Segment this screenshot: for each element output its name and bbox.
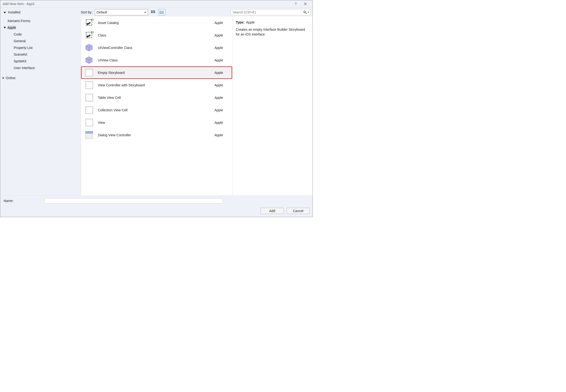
chevron-down-icon [4, 27, 6, 28]
template-item[interactable]: Empty StoryboardApple [81, 67, 232, 79]
template-item[interactable]: ViewApple [81, 116, 232, 129]
name-input[interactable] [44, 198, 223, 203]
view-list-button[interactable] [159, 9, 165, 15]
tree-item-label: User Interface [14, 66, 35, 70]
svg-rect-21 [161, 14, 164, 14]
tree-item-apple[interactable]: Apple [0, 24, 81, 31]
svg-line-23 [305, 13, 306, 14]
svg-rect-17 [161, 11, 164, 12]
template-icon [84, 93, 94, 102]
template-item[interactable]: Asset CatalogApple [81, 16, 232, 29]
tree-item-code[interactable]: Code [0, 31, 81, 38]
tree-item-user-interface[interactable]: User Interface [0, 65, 81, 71]
name-label: Name: [3, 199, 44, 203]
sort-by-label: Sort by: [81, 10, 92, 14]
tree-root-installed[interactable]: Installed [4, 10, 20, 14]
template-group: Apple [214, 46, 223, 50]
tree-item-xamarin-forms[interactable]: Xamarin.Forms [0, 17, 81, 24]
chevron-right-icon [3, 77, 4, 79]
tree-item-label: SpriteKit [14, 59, 26, 63]
template-item[interactable]: UIViewController ClassApple [81, 42, 232, 54]
tree-item-property-list[interactable]: Property List [0, 44, 81, 51]
sort-by-value: Default [97, 10, 107, 14]
list-icon [160, 11, 164, 14]
type-value: Apple [246, 20, 255, 24]
search-icon[interactable] [304, 11, 307, 14]
tree-item-label: Apple [7, 26, 16, 29]
template-group: Apple [214, 83, 223, 87]
tree-item-label: Code [14, 32, 22, 36]
tree-root-label: Online [6, 76, 15, 80]
template-list[interactable]: Asset CatalogAppleClassAppleUIViewContro… [81, 16, 232, 196]
template-icon [84, 43, 94, 53]
category-tree: Xamarin.Forms Apple Code General Propert… [0, 16, 81, 196]
window-title: Add New Item - App3 [3, 2, 34, 6]
sort-by-select[interactable]: Default ▼ [95, 9, 148, 15]
template-name: Collection View Cell [98, 108, 214, 112]
template-name: UIViewController Class [98, 46, 214, 50]
chevron-down-icon [4, 12, 6, 14]
help-button[interactable]: ? [291, 0, 301, 7]
tree-root-label: Installed [8, 10, 20, 14]
template-name: UIView Class [98, 58, 214, 62]
template-name: Empty Storyboard [98, 71, 214, 75]
search-box[interactable]: ▼ [231, 9, 311, 15]
template-item[interactable]: Dialog View ControllerApple [81, 129, 232, 141]
svg-rect-14 [152, 12, 153, 13]
template-group: Apple [214, 21, 223, 25]
svg-point-22 [304, 11, 306, 13]
tree-item-label: Property List [14, 46, 33, 50]
svg-rect-13 [151, 12, 152, 13]
template-icon [84, 105, 94, 115]
view-tiles-button[interactable] [150, 9, 157, 15]
template-group: Apple [214, 133, 223, 137]
cancel-button-label: Cancel [293, 209, 304, 213]
cancel-button[interactable]: Cancel [287, 208, 310, 214]
template-group: Apple [214, 121, 223, 125]
svg-rect-10 [151, 11, 152, 12]
titlebar: Add New Item - App3 ? [0, 0, 313, 7]
type-line: Type: Apple [236, 20, 309, 24]
template-icon [84, 80, 94, 90]
tiles-icon [151, 11, 155, 14]
tree-item-scenekit[interactable]: SceneKit [0, 51, 81, 58]
template-icon [84, 18, 94, 28]
search-input[interactable] [233, 10, 303, 14]
close-button[interactable] [301, 0, 310, 7]
add-new-item-dialog: Add New Item - App3 ? Installed Sort by:… [0, 0, 313, 217]
svg-rect-12 [154, 11, 155, 12]
template-item[interactable]: Collection View CellApple [81, 104, 232, 116]
svg-rect-18 [160, 12, 160, 13]
search-options-dropdown[interactable]: ▼ [307, 11, 309, 14]
template-icon [84, 30, 94, 40]
template-description: Creates an empty Interface Builder Story… [236, 27, 309, 37]
tree-item-label: General [14, 39, 26, 43]
chevron-down-icon: ▼ [144, 11, 146, 14]
details-pane: Type: Apple Creates an empty Interface B… [232, 16, 313, 196]
svg-rect-15 [154, 12, 155, 13]
template-name: Asset Catalog [98, 21, 214, 25]
template-item[interactable]: Table View CellApple [81, 91, 232, 104]
svg-rect-20 [160, 13, 160, 14]
template-name: Class [98, 33, 214, 37]
tree-item-spritekit[interactable]: SpriteKit [0, 58, 81, 65]
template-name: Dialog View Controller [98, 133, 214, 137]
tree-root-online[interactable]: Online [0, 75, 81, 81]
template-group: Apple [214, 108, 223, 112]
template-group: Apple [214, 71, 223, 75]
template-name: View [98, 121, 214, 125]
template-icon [84, 130, 94, 140]
template-item[interactable]: View Controller with StoryboardApple [81, 79, 232, 91]
header-row: Installed Sort by: Default ▼ [0, 7, 313, 16]
template-item[interactable]: ClassApple [81, 29, 232, 42]
template-group: Apple [214, 58, 223, 62]
template-name: View Controller with Storyboard [98, 83, 214, 87]
close-icon [304, 2, 307, 5]
tree-item-label: Xamarin.Forms [7, 19, 30, 23]
template-icon [84, 118, 94, 127]
template-item[interactable]: UIView ClassApple [81, 54, 232, 67]
bottom-panel: Name: Add Cancel [0, 196, 313, 217]
type-label: Type: [236, 20, 244, 24]
tree-item-general[interactable]: General [0, 38, 81, 44]
add-button[interactable]: Add [261, 208, 284, 214]
